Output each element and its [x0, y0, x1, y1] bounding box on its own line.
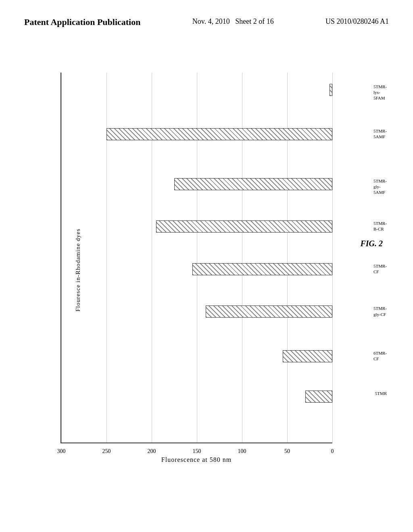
bar-label-6tmr-cf: 6TMR-CF — [373, 350, 387, 362]
x-label-100: 100 — [238, 448, 246, 455]
x-label-250: 250 — [102, 448, 111, 455]
bar-5tmr-gly-5amf — [174, 178, 332, 190]
gridline-0 — [332, 73, 333, 443]
chart-area: 300 250 200 150 100 50 0 FIG. 2 5TMR 6TM… — [60, 73, 332, 443]
bar-5tmr — [305, 391, 332, 403]
chart-container: Flouresce in-Rhodamine dyes 300 250 200 … — [32, 64, 389, 476]
x-label-150: 150 — [193, 448, 201, 455]
bar-5tmr-gly-cf — [206, 305, 332, 318]
bar-label-5tmr-b-cr: 5TMR-B-CR — [373, 220, 387, 232]
bar-label-5tmr-5amf: 5TMR-5AMF — [373, 128, 387, 140]
x-axis-title: Fluorescence at 580 nm — [60, 456, 332, 463]
x-label-200: 200 — [147, 448, 156, 455]
sheet-info: Sheet 2 of 16 — [235, 17, 273, 25]
bar-5tmr-b-cr — [156, 220, 332, 233]
bar-6tmr-cf — [283, 350, 332, 362]
bar-label-5tmr: 5TMR — [375, 391, 387, 396]
bar-5tmr-5amf — [106, 128, 332, 140]
bar-5tmr-cf — [192, 263, 332, 275]
bar-label-5tmr-gly-cf: 5TMR-gly-CF — [373, 305, 387, 317]
bar-label-5tmr-cf: 5TMR-CF — [373, 263, 387, 275]
page-header: Patent Application Publication Nov. 4, 2… — [0, 0, 413, 37]
figure-label: FIG. 2 — [360, 239, 383, 248]
gridline-300 — [61, 73, 62, 443]
x-label-300: 300 — [57, 448, 66, 455]
x-label-0: 0 — [331, 448, 334, 455]
publication-date: Nov. 4, 2010 — [192, 17, 230, 25]
bar-label-5tmr-lys-5fam: 5TMR-lys-5FAM — [373, 84, 387, 101]
bar-5tmr-lys-5fam — [330, 84, 332, 96]
bar-label-5tmr-gly-5amf: 5TMR-gly-5AMF — [373, 178, 387, 195]
x-label-50: 50 — [284, 448, 290, 455]
publication-title: Patent Application Publication — [24, 16, 140, 29]
patent-number: US 2010/0280246 A1 — [325, 16, 389, 27]
header-date-sheet: Nov. 4, 2010 Sheet 2 of 16 — [192, 16, 274, 27]
